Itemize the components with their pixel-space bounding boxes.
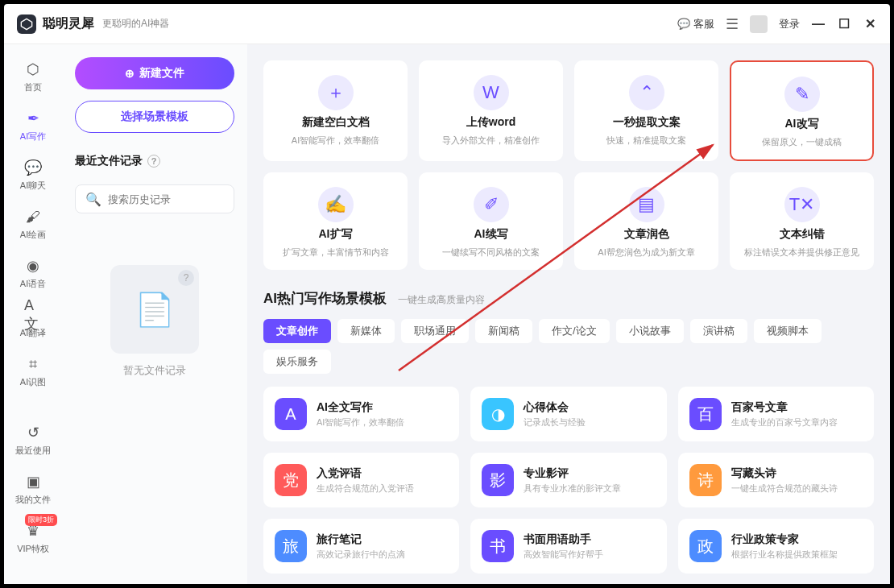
discount-badge: 限时3折 bbox=[25, 514, 57, 526]
template-card-1[interactable]: ◑心得体会记录成长与经验 bbox=[470, 387, 666, 441]
template-card-7[interactable]: 书书面用语助手高效智能写作好帮手 bbox=[470, 519, 666, 574]
feature-desc: AI智能写作，效率翻倍 bbox=[292, 135, 379, 147]
feature-title: 新建空白文档 bbox=[302, 115, 370, 130]
template-title: AI全文写作 bbox=[317, 400, 404, 415]
template-tabs: 文章创作新媒体职场通用新闻稿作文/论文小说故事演讲稿视频脚本娱乐服务 bbox=[263, 319, 874, 374]
sidebar-item-home[interactable]: ⬡首页 bbox=[10, 57, 56, 97]
sidebar-item-files[interactable]: ▣我的文件 bbox=[10, 470, 56, 509]
feature-icon: ✐ bbox=[474, 187, 509, 222]
sidebar-item-paint[interactable]: 🖌AI绘画 bbox=[10, 205, 56, 244]
template-card-8[interactable]: 政行业政策专家根据行业名称提供政策框架 bbox=[678, 519, 874, 574]
template-heading: AI热门写作场景模板 bbox=[263, 289, 387, 308]
sidebar-item-vip[interactable]: 限时3折♛VIP特权 bbox=[10, 519, 56, 558]
tab-6[interactable]: 演讲稿 bbox=[690, 319, 747, 343]
home-icon: ⬡ bbox=[24, 60, 42, 78]
tab-4[interactable]: 作文/论文 bbox=[539, 319, 610, 343]
feature-card-5[interactable]: ✐AI续写一键续写不同风格的文案 bbox=[419, 172, 563, 270]
feature-card-4[interactable]: ✍AI扩写扩写文章，丰富情节和内容 bbox=[263, 172, 408, 270]
sidebar-item-chat[interactable]: 💬AI聊天 bbox=[10, 155, 56, 195]
sidebar-item-label: AI写作 bbox=[20, 130, 46, 143]
search-icon: 🔍 bbox=[85, 192, 101, 207]
feature-icon: ✎ bbox=[784, 77, 820, 112]
feature-desc: 标注错误文本并提供修正意见 bbox=[744, 246, 859, 259]
template-title: 书面用语助手 bbox=[524, 532, 603, 547]
feature-icon: ▤ bbox=[629, 187, 664, 222]
new-file-button[interactable]: ⊕新建文件 bbox=[75, 57, 234, 89]
app-name: 聪明灵犀 bbox=[43, 15, 94, 32]
sidebar-item-label: 最近使用 bbox=[15, 445, 51, 457]
maximize-button[interactable]: ☐ bbox=[837, 17, 851, 31]
tab-1[interactable]: 新媒体 bbox=[337, 319, 395, 343]
sidebar: ⬡首页 ✒AI写作 💬AI聊天 🖌AI绘画 ◉AI语音 A文AI翻译 ⌗AI识图… bbox=[4, 44, 62, 584]
select-template-label: 选择场景模板 bbox=[121, 110, 188, 124]
template-card-4[interactable]: 影专业影评具有专业水准的影评文章 bbox=[470, 453, 666, 507]
feature-card-3[interactable]: ✎AI改写保留原义，一键成稿 bbox=[730, 60, 874, 161]
hamburger-icon[interactable]: ☰ bbox=[726, 15, 739, 33]
sidebar-item-voice[interactable]: ◉AI语音 bbox=[10, 254, 56, 293]
template-card-5[interactable]: 诗写藏头诗一键生成符合规范的藏头诗 bbox=[678, 453, 874, 507]
chat-icon: 💬 bbox=[24, 159, 42, 176]
left-panel: ⊕新建文件 选择场景模板 最近文件记录? 🔍 📄? 暂无文件记录 bbox=[62, 44, 247, 584]
feature-desc: 导入外部文件，精准创作 bbox=[442, 135, 540, 147]
template-title: 专业影评 bbox=[524, 466, 621, 481]
tab-0[interactable]: 文章创作 bbox=[263, 319, 331, 343]
template-grid: AAI全文写作AI智能写作，效率翻倍◑心得体会记录成长与经验百百家号文章生成专业… bbox=[263, 387, 874, 574]
tab-5[interactable]: 小说故事 bbox=[616, 319, 684, 343]
template-icon: A bbox=[275, 398, 307, 430]
template-desc: 一键生成符合规范的藏头诗 bbox=[731, 482, 838, 495]
minimize-button[interactable]: — bbox=[811, 17, 826, 31]
login-link[interactable]: 登录 bbox=[779, 17, 800, 31]
template-card-2[interactable]: 百百家号文章生成专业的百家号文章内容 bbox=[678, 387, 874, 441]
template-desc: 根据行业名称提供政策框架 bbox=[731, 549, 838, 561]
template-desc: 记录成长与经验 bbox=[524, 416, 586, 429]
template-title: 写藏头诗 bbox=[731, 466, 838, 481]
template-desc: 具有专业水准的影评文章 bbox=[524, 482, 621, 495]
tab-2[interactable]: 职场通用 bbox=[401, 319, 469, 343]
feature-icon: ⌃ bbox=[629, 75, 664, 110]
feature-card-2[interactable]: ⌃一秒提取文案快速，精准提取文案 bbox=[574, 60, 718, 161]
template-icon: 诗 bbox=[689, 464, 722, 496]
template-card-0[interactable]: AAI全文写作AI智能写作，效率翻倍 bbox=[263, 387, 459, 441]
file-icon: ▣ bbox=[24, 473, 42, 491]
sidebar-item-label: AI翻译 bbox=[20, 327, 46, 339]
help-icon[interactable]: ? bbox=[147, 155, 160, 168]
feather-icon: ✒ bbox=[24, 110, 42, 127]
sidebar-item-vision[interactable]: ⌗AI识图 bbox=[10, 352, 56, 391]
tab-8[interactable]: 娱乐服务 bbox=[263, 350, 331, 374]
tab-3[interactable]: 新闻稿 bbox=[475, 319, 532, 343]
select-template-button[interactable]: 选择场景模板 bbox=[75, 101, 234, 133]
template-icon: 党 bbox=[275, 464, 307, 496]
sidebar-item-recent[interactable]: ↺最近使用 bbox=[10, 420, 56, 460]
feature-desc: AI帮您润色为成为新文章 bbox=[598, 246, 694, 259]
tab-7[interactable]: 视频脚本 bbox=[754, 319, 822, 343]
feature-title: AI扩写 bbox=[319, 227, 353, 242]
close-button[interactable]: ✕ bbox=[863, 17, 877, 31]
search-box[interactable]: 🔍 bbox=[75, 184, 234, 213]
logo-icon bbox=[17, 14, 36, 34]
feature-card-0[interactable]: ＋新建空白文档AI智能写作，效率翻倍 bbox=[263, 60, 408, 161]
feature-card-1[interactable]: W上传word导入外部文件，精准创作 bbox=[419, 60, 563, 161]
template-card-3[interactable]: 党入党评语生成符合规范的入党评语 bbox=[263, 453, 459, 507]
brush-icon: 🖌 bbox=[24, 208, 42, 226]
sidebar-item-label: VIP特权 bbox=[17, 543, 49, 555]
feature-title: AI改写 bbox=[785, 117, 819, 131]
feature-icon: ✍ bbox=[318, 187, 354, 222]
chat-icon: 💬 bbox=[677, 18, 690, 30]
template-card-6[interactable]: 旅旅行笔记高效记录旅行中的点滴 bbox=[263, 519, 459, 574]
clock-icon: ↺ bbox=[24, 424, 42, 441]
template-icon: ◑ bbox=[482, 398, 514, 430]
avatar[interactable] bbox=[750, 15, 768, 33]
feature-title: 文章润色 bbox=[624, 227, 669, 242]
template-title: 百家号文章 bbox=[731, 400, 838, 415]
template-icon: 百 bbox=[689, 398, 722, 430]
feature-card-7[interactable]: T✕文本纠错标注错误文本并提供修正意见 bbox=[730, 172, 874, 270]
sidebar-item-label: AI聊天 bbox=[20, 180, 46, 192]
sidebar-item-translate[interactable]: A文AI翻译 bbox=[10, 303, 56, 342]
customer-service-link[interactable]: 💬 客服 bbox=[677, 17, 714, 31]
recent-files-title: 最近文件记录? bbox=[75, 154, 234, 168]
sidebar-item-writing[interactable]: ✒AI写作 bbox=[10, 106, 56, 146]
main-content: ＋新建空白文档AI智能写作，效率翻倍W上传word导入外部文件，精准创作⌃一秒提… bbox=[247, 44, 890, 584]
feature-card-6[interactable]: ▤文章润色AI帮您润色为成为新文章 bbox=[574, 172, 718, 270]
feature-desc: 扩写文章，丰富情节和内容 bbox=[283, 246, 389, 259]
search-input[interactable] bbox=[108, 193, 243, 205]
